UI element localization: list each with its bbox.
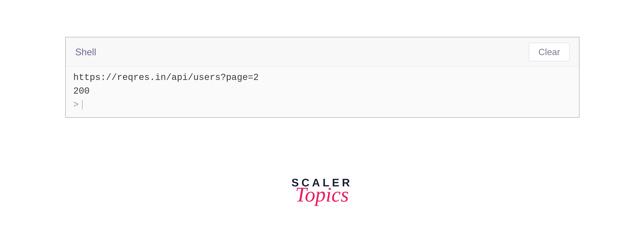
shell-title: Shell <box>75 46 96 58</box>
output-line: 200 <box>73 84 572 98</box>
scaler-topics-logo: SCALER Topics <box>292 177 352 203</box>
prompt-symbol: > <box>73 98 79 112</box>
clear-button[interactable]: Clear <box>529 42 570 62</box>
logo-text-topics: Topics <box>292 186 352 203</box>
shell-output[interactable]: https://reqres.in/api/users?page=2 200 > <box>66 67 579 117</box>
shell-header: Shell Clear <box>66 37 579 67</box>
shell-prompt[interactable]: > <box>73 98 572 112</box>
output-line: https://reqres.in/api/users?page=2 <box>73 71 572 84</box>
cursor-icon <box>82 100 82 109</box>
shell-panel: Shell Clear https://reqres.in/api/users?… <box>65 37 580 118</box>
